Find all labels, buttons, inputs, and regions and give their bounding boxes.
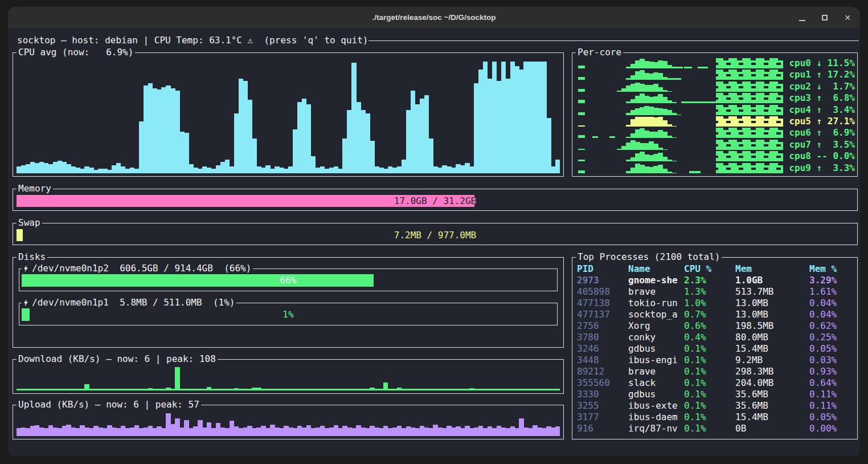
download-title: Download (KB/s) — now: 6 | peak: 108	[17, 353, 218, 365]
core-sparkline	[576, 162, 785, 174]
process-row: 2756Xorg0.6%198.5MB0.62%	[577, 320, 856, 332]
process-row: 477137socktop_a0.7%13.0MB0.04%	[577, 309, 856, 320]
process-row: 355560slack0.1%204.0MB0.64%	[577, 377, 856, 389]
process-row: 2973gnome-she2.3%1.0GB3.29%	[577, 275, 856, 286]
cpu-avg-chart	[17, 58, 560, 173]
process-cell: 0.1%	[684, 412, 735, 423]
process-row: 3255ibus-exte0.1%35.6MB0.11%	[577, 400, 856, 412]
titlebar[interactable]: ./target/release/soc ~/D/G/socktop ✕	[8, 7, 860, 29]
process-row: 477138tokio-run1.0%13.0MB0.04%	[577, 298, 856, 309]
process-row: 89212brave0.1%298.3MB0.93%	[577, 366, 856, 377]
process-cell: socktop_a	[628, 309, 684, 320]
process-cell: 1.61%	[809, 286, 856, 298]
process-cell: 15.4MB	[735, 412, 809, 423]
core-sparkline	[576, 69, 785, 80]
process-cell: 198.5MB	[735, 320, 809, 332]
process-cell: 355560	[577, 377, 628, 389]
disk-item-label: /dev/nvme0n1p2 606.5GB / 914.4GB (66%)	[32, 263, 251, 274]
cpu-avg-title: CPU avg (now: 6.9%)	[17, 47, 135, 58]
process-cell: 477137	[577, 309, 628, 320]
close-button[interactable]: ✕	[843, 13, 852, 22]
process-cell: 0.4%	[684, 332, 735, 343]
process-cell: 3177	[577, 412, 628, 423]
process-cell: 0.93%	[809, 366, 856, 377]
window-title: ./target/release/soc ~/D/G/socktop	[8, 7, 860, 29]
process-cell: 1.3%	[684, 286, 735, 298]
process-cell: brave	[628, 286, 684, 298]
core-row-cpu1: cpu1 ↑ 17.2%	[576, 69, 855, 80]
process-cell: brave	[628, 366, 684, 377]
terminal-window: ./target/release/soc ~/D/G/socktop ✕ soc…	[8, 7, 860, 456]
process-cell: 298.3MB	[735, 366, 809, 377]
core-row-cpu7: cpu7 ↑ 3.5%	[576, 139, 855, 150]
minimize-button[interactable]	[797, 13, 806, 22]
process-cell: 80.0MB	[735, 332, 809, 343]
process-cell: 0.11%	[809, 389, 856, 400]
memory-gauge: 17.0GB / 31.2GB 17.0GB / 31.2GB	[17, 195, 854, 207]
core-sparkline	[576, 139, 785, 150]
column-header: CPU %	[684, 263, 735, 275]
column-header: PID	[577, 263, 628, 275]
process-cell: irq/87-nv	[628, 423, 684, 434]
core-row-cpu4: cpu4 ↑ 3.4%	[576, 104, 855, 116]
process-cell: 0.1%	[684, 377, 735, 389]
core-sparkline	[576, 104, 785, 116]
process-cell: 0.1%	[684, 355, 735, 366]
disk-item-title: /dev/nvme0n1p2 606.5GB / 914.4GB (66%)	[22, 263, 253, 274]
core-sparkline	[576, 92, 785, 104]
process-cell: 9.2MB	[735, 355, 809, 366]
process-cell: 3.29%	[809, 275, 856, 286]
process-row: 3177ibus-daem0.1%15.4MB0.05%	[577, 412, 856, 423]
process-cell: slack	[628, 377, 684, 389]
process-cell: 3330	[577, 389, 628, 400]
process-row: 405898brave1.3%513.7MB1.61%	[577, 286, 856, 298]
disk-item-nvme0n1p1: /dev/nvme0n1p1 5.8MB / 511.0MB (1%) 1%	[19, 303, 558, 325]
process-cell: 0.1%	[684, 366, 735, 377]
top-processes-title: Top Processes (2100 total)	[576, 251, 722, 263]
upload-title: Upload (KB/s) — now: 6 | peak: 57	[17, 399, 201, 410]
core-sparkline	[576, 127, 785, 139]
per-core-rows: cpu0 ↓ 11.5%cpu1 ↑ 17.2%cpu2 ↓ 1.7%cpu3 …	[576, 58, 855, 174]
swap-gauge-label: 7.2MB / 977.0MB	[17, 229, 854, 241]
process-row: 916irq/87-nv0.1%0B0.00%	[577, 423, 856, 434]
process-cell: 0.1%	[684, 423, 735, 434]
process-table-header: PIDNameCPU %MemMem %	[577, 263, 856, 275]
memory-title: Memory	[17, 183, 53, 194]
process-cell: 0.04%	[809, 298, 856, 309]
process-cell: 3255	[577, 400, 628, 412]
core-label-cpu2: cpu2 ↓ 1.7%	[785, 81, 855, 92]
swap-panel: Swap 7.2MB / 977.0MB	[13, 223, 858, 245]
process-cell: 0.03%	[809, 355, 856, 366]
disk-item-title: /dev/nvme0n1p1 5.8MB / 511.0MB (1%)	[22, 297, 236, 308]
process-cell: 0.04%	[809, 309, 856, 320]
process-row: 3330gdbus0.1%35.6MB0.11%	[577, 389, 856, 400]
process-cell: 0.05%	[809, 412, 856, 423]
download-chart	[17, 367, 560, 390]
process-cell: 15.4MB	[735, 343, 809, 355]
process-cell: 35.6MB	[735, 389, 809, 400]
minimize-icon	[799, 20, 805, 21]
disk-icon	[23, 264, 28, 272]
disk-icon	[23, 299, 28, 307]
core-sparkline	[576, 81, 785, 92]
column-header: Mem %	[809, 263, 856, 275]
process-cell: Xorg	[628, 320, 684, 332]
core-row-cpu5: cpu5 ↑ 27.1%	[576, 116, 855, 127]
process-cell: 0.1%	[684, 343, 735, 355]
process-cell: 0.1%	[684, 389, 735, 400]
process-cell: gnome-she	[628, 275, 684, 286]
disk-gauge-label: 1%	[22, 308, 555, 321]
core-row-cpu0: cpu0 ↓ 11.5%	[576, 58, 855, 69]
column-header: Name	[628, 263, 684, 275]
core-row-cpu3: cpu3 ↑ 6.8%	[576, 92, 855, 104]
disk-item-nvme0n1p2: /dev/nvme0n1p2 606.5GB / 914.4GB (66%) 6…	[19, 268, 558, 291]
app-status-text: socktop — host: debian | CPU Temp: 63.1°…	[17, 35, 369, 46]
core-label-cpu7: cpu7 ↑ 3.5%	[785, 139, 855, 150]
swap-title: Swap	[17, 217, 42, 229]
maximize-button[interactable]	[820, 13, 829, 22]
process-cell: tokio-run	[628, 298, 684, 309]
process-cell: 2973	[577, 275, 628, 286]
process-cell: 3246	[577, 343, 628, 355]
swap-gauge: 7.2MB / 977.0MB	[17, 229, 854, 241]
core-label-cpu8: cpu8 -- 0.0%	[785, 150, 855, 162]
